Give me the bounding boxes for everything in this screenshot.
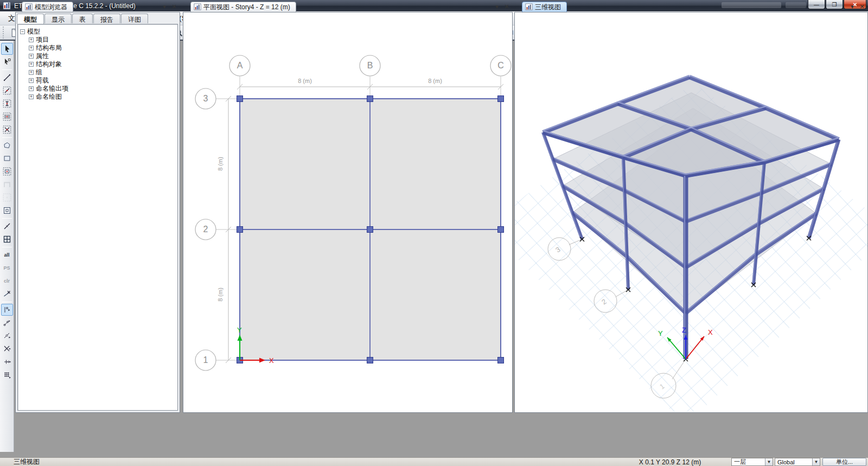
plan-axis-x-label: X [269,356,274,365]
draw-rectangular-area-icon [3,154,11,163]
tree-item-2[interactable]: +属性 [20,52,175,60]
story-selector-value: 一层 [732,458,765,466]
status-message: 三维视图 [0,457,40,466]
toolbar-drag-handle[interactable] [3,27,6,39]
tree-item-4[interactable]: +组 [20,68,175,76]
snap-to-line-ends-snapend-icon[interactable] [1,317,13,329]
tree-item-5[interactable]: +荷载 [20,76,175,85]
expand-icon[interactable]: + [29,86,34,91]
view-3d-close-icon[interactable]: ✕ [858,3,866,10]
expand-icon[interactable]: + [29,46,34,50]
left-toolbar-separator [2,69,12,70]
expand-icon[interactable]: + [29,78,34,83]
snap-to-fine-grid-snapgrid-icon[interactable] [1,369,13,381]
view-3d-tabbar: 三维视图 ▾ ✕ [514,2,868,12]
draw-polygon-area-poly-icon[interactable] [1,139,13,151]
select-previous-button[interactable]: PS [1,262,13,274]
draw-link-linkline-icon[interactable] [1,220,13,232]
select-pointer-pointer-icon[interactable] [1,43,13,55]
draw-rectangular-area-rectarea-icon[interactable] [1,152,13,164]
quick-draw-secondary-beams-icon [3,112,11,121]
grid-bubble-A: A [237,61,243,70]
quick-draw-frame-icon [3,86,11,95]
snap-to-grid-intersections-snapjoint-icon[interactable] [1,304,13,316]
model-browser-tab-4[interactable]: 详图 [121,14,148,23]
draw-wall-icon [3,180,11,189]
select-all-button[interactable]: all [1,249,13,261]
clear-selection-button[interactable]: clr [1,275,13,287]
model-browser-title-tab[interactable]: 模型浏览器 [22,2,73,12]
reshape-object-reshape-icon[interactable] [1,56,13,68]
left-toolbar-separator [2,218,12,219]
story-selector-caret-icon[interactable]: ▼ [765,458,773,465]
tree-item-3[interactable]: +结构对象 [20,60,175,68]
select-pointer-icon [3,44,11,53]
snap-perpendicular-snapperp-icon[interactable] [1,356,13,368]
quick-draw-secondary-beams-qbeam-icon[interactable] [1,111,13,123]
plan-view-tab[interactable]: 平面视图 - Story4 - Z = 12 (m) [190,2,296,12]
coordinate-system-caret-icon[interactable]: ▼ [812,458,820,465]
view-3d-tab-icon [525,3,533,11]
reshape-object-icon [3,58,11,66]
model-browser-tab-1[interactable]: 显示 [44,14,72,23]
expand-icon[interactable]: + [29,54,34,59]
model-browser-tab-0[interactable]: 模型 [17,14,44,24]
quick-draw-wall-qareagray-icon[interactable] [1,191,13,203]
coordinate-system-dropdown[interactable]: Global ▼ [775,458,820,466]
plan-view-panel: 平面视图 - Story4 - Z = 12 (m) ▾ ✕ [183,2,513,413]
view-3d-tab[interactable]: 三维视图 [522,2,567,12]
axis-x-label-3d: X [708,328,713,336]
draw-panel-zone-panelzone-icon[interactable] [1,205,13,216]
dim-label-x1: 8 (m) [298,78,312,84]
model-browser-tab-3[interactable]: 报告 [93,14,120,23]
model-browser-close-icon[interactable]: ✕ [170,3,178,10]
tree-item-7[interactable]: +命名绘图 [20,93,175,101]
draw-grid-icon [3,235,11,244]
plan-view-menu-arrow[interactable]: ▾ [493,3,501,10]
expand-icon[interactable]: + [29,70,34,75]
view-3d-drawing: 3 2 1 [515,12,867,412]
coordinate-system-value: Global [775,459,812,465]
units-button[interactable]: 单位... [822,458,866,466]
plan-axis-y-label: Y [237,326,242,334]
tree-item-6[interactable]: +命名输出项 [20,85,175,93]
dim-label-y1: 8 (m) [217,157,224,171]
quick-draw-column-icon [3,99,11,108]
quick-draw-column-qcol-icon[interactable] [1,98,13,110]
model-browser-tabbar: 模型浏览器 ▾ ✕ [15,2,180,12]
draw-panel-zone-icon [3,206,11,215]
grid-bubble-3: 3 [203,94,208,103]
deselect-deselect-icon[interactable] [1,288,13,300]
story-selector-dropdown[interactable]: 一层 ▼ [731,458,773,466]
view-3d-menu-arrow[interactable]: ▾ [848,3,856,10]
model-browser-panel: 模型浏览器 ▾ ✕ 模型显示表报告详图 −模型+项目+结构布局+属性+结构对象+… [15,2,180,413]
model-browser-tab-2[interactable]: 表 [72,14,93,23]
app-icon [3,2,11,10]
snap-to-midpoints-snapmid-icon[interactable] [1,330,13,342]
view-3d-canvas[interactable]: 3 2 1 [514,12,868,413]
view-3d-panel: 三维视图 ▾ ✕ [514,2,868,413]
model-browser-body: 模型显示表报告详图 −模型+项目+结构布局+属性+结构对象+组+荷载+命名输出项… [15,12,180,413]
quick-draw-braces-qbrace-icon[interactable] [1,124,13,136]
quick-draw-area-qarea-icon[interactable] [1,165,13,177]
tree-item-0[interactable]: +项目 [20,36,175,44]
tree-item-1[interactable]: +结构布局 [20,44,175,52]
view-3d-tab-title: 三维视图 [535,3,561,12]
expand-icon[interactable]: + [29,62,34,67]
draw-wall-wallgray-icon[interactable] [1,178,13,190]
plan-view-canvas[interactable]: 8 (m) 8 (m) 8 (m) 8 (m) X Y [183,12,513,413]
expand-icon[interactable]: + [29,94,34,99]
model-browser-menu-arrow[interactable]: ▾ [161,3,168,10]
expand-icon[interactable]: + [29,37,34,42]
snap-to-intersections-snapx-icon[interactable] [1,343,13,355]
quick-draw-frame-qline-icon[interactable] [1,85,13,97]
plan-view-tab-icon [194,3,201,11]
left-toolbar-separator [2,137,12,138]
tree-root-row[interactable]: −模型 [20,28,175,36]
collapse-icon[interactable]: − [20,29,25,34]
model-browser-tab-icon [25,3,33,11]
draw-grid-gridwall-icon[interactable] [1,233,13,245]
plan-view-close-icon[interactable]: ✕ [503,3,510,10]
draw-line-lined-icon[interactable] [1,72,13,84]
snap-to-midpoints-icon [3,331,11,340]
